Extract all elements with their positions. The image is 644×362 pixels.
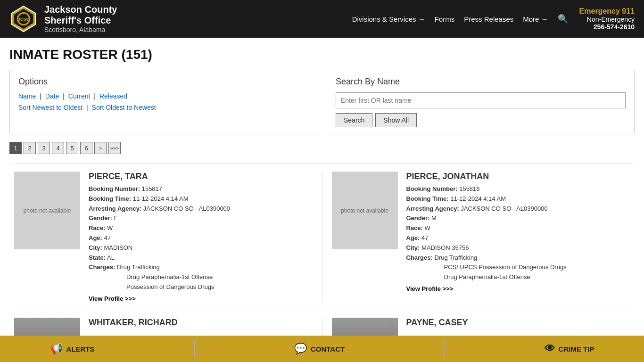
filter-current[interactable]: Current — [68, 92, 91, 100]
non-emergency-label: Non-Emergency — [579, 16, 635, 23]
contact-icon: 💬 — [294, 343, 307, 355]
nav-divider-1 — [194, 339, 195, 358]
search-box: Search By Name Search Show All — [327, 70, 635, 134]
inmate-photo-jonathan: photo not available — [332, 172, 398, 249]
search-button[interactable]: Search — [336, 113, 372, 127]
nav-more[interactable]: More → — [523, 15, 548, 23]
sort-oldest[interactable]: Sort Oldest to Newest — [92, 104, 156, 111]
agency-title: Jackson County Sheriff's Office Scottsbo… — [44, 4, 352, 33]
emergency-911-label: Emergency 911 — [579, 7, 635, 16]
agency-logo: JCSO — [9, 5, 38, 33]
location: Scottsboro, Alabama — [44, 26, 352, 33]
sort-newest[interactable]: Sort Newest to Oldest — [18, 104, 83, 111]
filter-date[interactable]: Date — [45, 92, 59, 100]
inmate-card-pierce-tara: photo not available PIERCE, TARA Booking… — [9, 172, 317, 302]
main-content: INMATE ROSTER (151) Options Name | Date … — [0, 38, 644, 362]
svg-text:JCSO: JCSO — [18, 17, 30, 22]
filter-released[interactable]: Released — [99, 92, 127, 100]
options-filter-links: Name | Date | Current | Released — [18, 92, 308, 100]
search-buttons: Search Show All — [336, 113, 626, 127]
nav-divider-2 — [444, 339, 445, 358]
page-3[interactable]: 3 — [38, 142, 50, 154]
next-page[interactable]: » — [94, 142, 107, 154]
options-title: Options — [18, 77, 308, 87]
bottom-nav-contact[interactable]: 💬 CONTACT — [294, 343, 345, 355]
page-title: INMATE ROSTER (151) — [9, 47, 635, 62]
inmate-row: photo not available PIERCE, TARA Booking… — [9, 164, 635, 310]
search-icon[interactable]: 🔍 — [558, 14, 568, 24]
divider-v — [322, 172, 322, 302]
org-name: Jackson County — [44, 4, 352, 15]
inmate-name: WHITAKER, RICHARD — [89, 318, 313, 328]
search-title: Search By Name — [336, 77, 626, 87]
page-2[interactable]: 2 — [24, 142, 36, 154]
crime-tip-icon: 👁 — [545, 343, 555, 355]
nav-forms[interactable]: Forms — [435, 15, 455, 23]
bottom-nav-crime-tip[interactable]: 👁 CRIME TIP — [545, 343, 594, 355]
bottom-nav-alerts[interactable]: 📢 ALERTS — [50, 343, 95, 355]
view-profile-jonathan[interactable]: View Profile >>> — [406, 285, 454, 292]
inmate-name: PIERCE, JONATHAN — [406, 172, 630, 181]
inmate-info-tara: PIERCE, TARA Booking Number: 155817 Book… — [89, 172, 313, 302]
filter-name[interactable]: Name — [18, 92, 36, 100]
options-sort-links: Sort Newest to Oldest | Sort Oldest to N… — [18, 104, 308, 111]
emergency-info: Emergency 911 Non-Emergency 256-574-2610 — [579, 7, 635, 31]
inmate-photo-tara: photo not available — [14, 172, 80, 249]
nav-divisions[interactable]: Divisions & Services → — [352, 15, 425, 23]
inmate-name: PAYNE, CASEY — [406, 318, 630, 328]
page-5[interactable]: 5 — [66, 142, 78, 154]
alerts-label: ALERTS — [66, 345, 95, 353]
alerts-icon: 📢 — [50, 343, 63, 355]
show-all-button[interactable]: Show All — [375, 113, 417, 127]
bottom-nav: 📢 ALERTS 💬 CONTACT 👁 CRIME TIP — [0, 336, 644, 362]
page-1[interactable]: 1 — [9, 142, 22, 154]
crime-tip-label: CRIME TIP — [559, 345, 594, 353]
inmate-name: PIERCE, TARA — [89, 172, 313, 181]
inmate-info-jonathan: PIERCE, JONATHAN Booking Number: 155818 … — [406, 172, 630, 302]
contact-label: CONTACT — [311, 345, 345, 353]
site-header: JCSO Jackson County Sheriff's Office Sco… — [0, 0, 644, 38]
nav-press-releases[interactable]: Press Releases — [464, 15, 513, 23]
page-6[interactable]: 6 — [80, 142, 92, 154]
last-page[interactable]: »»» — [108, 142, 121, 154]
options-search-row: Options Name | Date | Current | Released… — [9, 70, 635, 134]
main-nav: Divisions & Services → Forms Press Relea… — [352, 14, 568, 24]
phone-number: 256-574-2610 — [579, 23, 635, 31]
page-4[interactable]: 4 — [52, 142, 64, 154]
inmate-grid: photo not available PIERCE, TARA Booking… — [9, 164, 635, 362]
search-input[interactable] — [336, 92, 626, 108]
dept-name: Sheriff's Office — [44, 15, 352, 26]
options-box: Options Name | Date | Current | Released… — [9, 70, 317, 134]
inmate-card-pierce-jonathan: photo not available PIERCE, JONATHAN Boo… — [327, 172, 635, 302]
pagination: 1 2 3 4 5 6 » »»» — [9, 142, 635, 154]
view-profile-tara[interactable]: View Profile >>> — [89, 295, 136, 302]
